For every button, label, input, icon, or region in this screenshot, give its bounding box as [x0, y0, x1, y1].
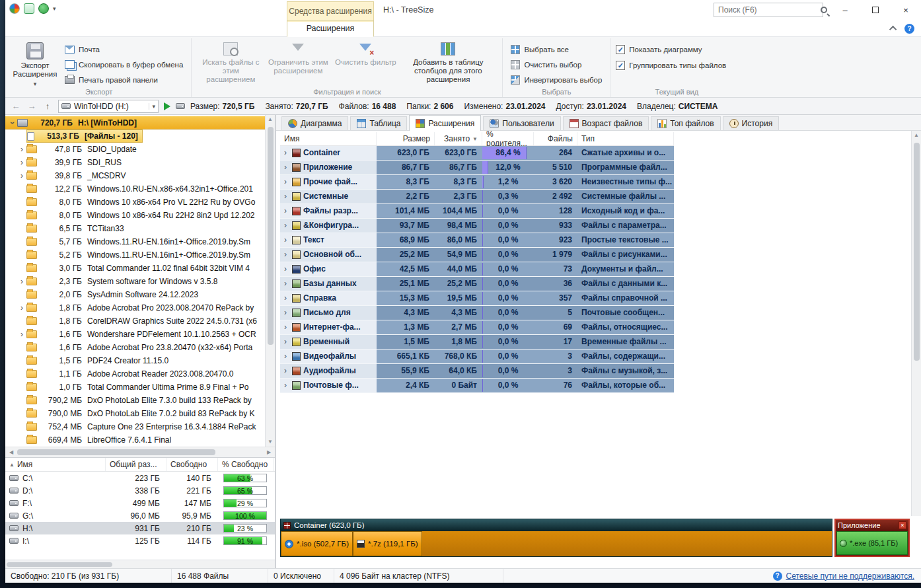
tree-item[interactable]: › 1,6 ГБ Adobe Acrobat Pro 23.8.20470 (x…	[5, 341, 265, 354]
extension-row[interactable]: › Базы данных 25,1 МБ 25,2 МБ 0,0 % 36	[280, 277, 674, 291]
checkbox-checked-icon[interactable]: ✓	[616, 61, 625, 70]
ribbon-small-button[interactable]: Скопировать в буфер обмена	[62, 58, 186, 71]
column-header-name[interactable]: ▲Имя	[5, 458, 106, 471]
qat-dropdown-icon[interactable]: ▾	[53, 5, 56, 12]
app-logo-icon[interactable]	[9, 3, 20, 14]
tree-item[interactable]: › 752,4 МБ Capture One 23 Enterprise 16.…	[5, 420, 265, 433]
extension-row[interactable]: › Офис 42,5 МБ 44,0 МБ 0,0 % 73 Д	[280, 262, 674, 277]
column-header-size[interactable]: Размер	[377, 132, 435, 145]
tree-item[interactable]: › 1,8 ГБ CorelDRAW Graphics Suite 2022 2…	[5, 314, 265, 328]
column-header-total[interactable]: Общий раз...	[106, 458, 166, 471]
extension-row[interactable]: › Письмо для 4,3 МБ 4,3 МБ 0,0 % 5	[280, 306, 674, 320]
start-scan-icon[interactable]	[164, 102, 170, 110]
help-icon[interactable]: ?	[773, 571, 782, 581]
checkbox-checked-icon[interactable]: ✓	[616, 45, 625, 54]
refresh-icon[interactable]	[38, 3, 49, 14]
extension-row[interactable]: › Текст 68,9 МБ 86,0 МБ 0,0 % 923	[280, 233, 674, 248]
column-header-percent-of-parent[interactable]: % родителя...	[482, 132, 534, 145]
tree-vertical-scrollbar[interactable]: ▲ ▼	[265, 115, 275, 447]
tree-item[interactable]: › 8,0 ГБ Windows 10 x86-x64 Ru 22H2 8in2…	[5, 209, 265, 222]
collapse-ribbon-icon[interactable]	[889, 26, 897, 33]
expand-chevron-icon[interactable]: ›	[281, 262, 289, 276]
expand-chevron-icon[interactable]: ›	[281, 291, 289, 305]
extension-row[interactable]: › Системные 2,2 ГБ 2,3 ГБ 0,3 % 2 492	[280, 190, 674, 204]
export-extensions-button[interactable]: Экспорт Расширения ▾	[12, 41, 58, 88]
tree-item[interactable]: › 39,8 ГБ _MCSDRV	[5, 169, 265, 182]
drive-row[interactable]: F:\ 499 МБ 147 МБ 29 %	[5, 497, 275, 509]
drive-row[interactable]: H:\ 931 ГБ 210 ГБ 23 %	[5, 522, 275, 534]
expand-chevron-icon[interactable]: ›	[17, 277, 26, 286]
expand-chevron-icon[interactable]: ›	[281, 146, 289, 160]
extension-row[interactable]: › Справка 15,3 МБ 19,5 МБ 0,0 % 357	[280, 291, 674, 306]
extension-row[interactable]: › &Конфигура... 93,7 МБ 98,4 МБ 0,0 % 93…	[280, 219, 674, 233]
scrollbar-thumb[interactable]	[914, 143, 920, 361]
tree-item[interactable]: › 1,6 ГБ Wondershare PDFelement 10.1.10.…	[5, 328, 265, 341]
tree-horizontal-scrollbar[interactable]: ◀ ▶	[5, 447, 275, 457]
ribbon-filter-button[interactable]: Добавить в таблицу столбцов для этого ра…	[399, 41, 497, 85]
extension-row[interactable]: › Файлы разр... 101,4 МБ 104,4 МБ 0,0 % …	[280, 204, 674, 219]
expand-chevron-icon[interactable]: ›	[281, 277, 289, 291]
treemap-group-header[interactable]: Container (623,0 ГБ)	[281, 519, 832, 531]
view-tab[interactable]: Таблица	[350, 116, 407, 130]
scroll-left-icon[interactable]: ◀	[7, 449, 16, 455]
extension-row[interactable]: › Почтовые ф... 2,4 КБ 0 Байт 0,0 % 76	[280, 379, 674, 393]
drive-row[interactable]: D:\ 338 ГБ 221 ГБ 65 %	[5, 484, 275, 497]
search-input[interactable]	[718, 5, 821, 15]
expand-chevron-icon[interactable]: ›	[281, 320, 289, 334]
expand-chevron-icon[interactable]: ›	[281, 335, 289, 349]
column-header-files[interactable]: Файлы	[534, 132, 577, 145]
view-tab[interactable]: Топ файлов	[651, 116, 720, 130]
scrollbar-thumb[interactable]	[268, 127, 274, 345]
expand-chevron-icon[interactable]: ›	[281, 349, 289, 363]
extension-row[interactable]: › Интернет-фа... 1,3 МБ 2,7 МБ 0,0 % 69	[280, 320, 674, 335]
maximize-button[interactable]	[860, 0, 891, 20]
back-icon[interactable]: ←	[11, 101, 21, 111]
ribbon-select-button[interactable]: Выбрать все	[508, 43, 605, 55]
tree-item[interactable]: › 790,0 МБ DxO PhotoLab Elite 7.0.2 buil…	[5, 407, 265, 420]
tree-item[interactable]: › 8,0 ГБ Windows 10 x86-x64 Pro VL 22H2 …	[5, 196, 265, 209]
scrollbar-thumb[interactable]	[17, 449, 215, 455]
treemap-block[interactable]: *.exe (85,1 ГБ)	[836, 531, 908, 555]
scroll-up-icon[interactable]: ▲	[268, 115, 273, 124]
extension-row[interactable]: › Прочие фай... 8,3 ГБ 8,3 ГБ 1,2 % 3 62…	[280, 175, 674, 190]
expand-chevron-icon[interactable]: ›	[17, 158, 26, 167]
expand-chevron-icon[interactable]: ›	[281, 175, 289, 189]
tree-item[interactable]: › 47,8 ГБ SDIO_Update	[5, 143, 265, 156]
extension-row[interactable]: › Видеофайлы 665,1 КБ 768,0 КБ 0,0 % 3	[280, 349, 674, 364]
drive-row[interactable]: I:\ 125 ГБ 114 ГБ 91 %	[5, 534, 275, 547]
tree-item[interactable]: › 6,5 ГБ TCTitan33	[5, 222, 265, 235]
tree-item[interactable]: › 1,0 ГБ Total Commander Ultima Prime 8.…	[5, 381, 265, 394]
expand-chevron-icon[interactable]: ›	[8, 118, 17, 128]
expand-chevron-icon[interactable]: ›	[281, 248, 289, 262]
tree-item[interactable]: › 513,3 ГБ [Файлы - 120]	[5, 129, 265, 143]
tree-item[interactable]: › 1,8 ГБ Adobe Acrobat Pro 2023.008.2047…	[5, 301, 265, 314]
tree-item[interactable]: › 5,7 ГБ Windows.11.RU-EN.16in1+-Office.…	[5, 235, 265, 248]
close-button[interactable]: ×	[891, 0, 921, 20]
up-icon[interactable]: ↑	[42, 101, 53, 111]
tree-item[interactable]: › 720,7 ГБ H:\ [WinToHDD]	[5, 116, 265, 129]
scroll-down-icon[interactable]: ▼	[268, 437, 273, 447]
drive-selector[interactable]: WinToHDD (H:) ▾	[58, 100, 159, 113]
chevron-down-icon[interactable]: ▾	[149, 103, 155, 110]
network-paths-link[interactable]: Сетевые пути не поддерживаются.	[786, 571, 914, 581]
treemap-group-header[interactable]: Приложение ×	[836, 520, 908, 531]
tree-item[interactable]: › 2,0 ГБ SysAdmin Software 24.12.2023	[5, 288, 265, 301]
ribbon-filter-button[interactable]: Ограничить этим расширением	[264, 41, 332, 85]
forward-icon[interactable]: →	[26, 101, 37, 111]
expand-chevron-icon[interactable]: ›	[281, 364, 289, 378]
ribbon-filter-button[interactable]: Искать файлы с этим расширением	[197, 41, 264, 85]
drive-list-scrollbar[interactable]	[5, 560, 275, 568]
column-header-free-percent[interactable]: % Свободно	[218, 458, 274, 471]
extension-row[interactable]: › Временный 1,5 МБ 1,8 МБ 0,0 % 17	[280, 335, 674, 349]
expand-chevron-icon[interactable]: ›	[281, 379, 289, 392]
expand-chevron-icon[interactable]: ›	[17, 303, 26, 312]
tree-item[interactable]: › 5,2 ГБ Windows.11.RU-EN.16in1+-Office.…	[5, 248, 265, 262]
open-scan-icon[interactable]	[24, 3, 34, 14]
search-icon[interactable]	[821, 7, 827, 13]
view-tab[interactable]: Возраст файлов	[563, 116, 649, 130]
ribbon-small-button[interactable]: Печать правой панели	[62, 73, 186, 86]
view-checkbox[interactable]: ✓ Группировать типы файлов	[616, 59, 726, 72]
tree-item[interactable]: › 1,5 ГБ PDF24 Creator 11.15.0	[5, 354, 265, 367]
column-header-type[interactable]: Тип	[577, 132, 674, 145]
ribbon-small-button[interactable]: Почта	[62, 43, 186, 55]
